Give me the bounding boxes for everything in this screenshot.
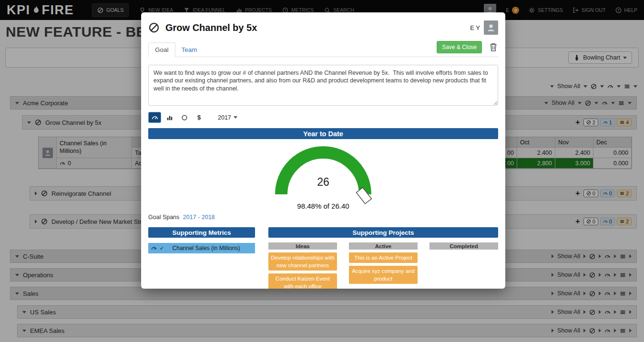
owner-avatar[interactable] (484, 20, 498, 35)
person-icon (486, 23, 496, 32)
gauge-chart: 26 (268, 140, 378, 205)
metric-item-label: Channel Sales (in Millions) (167, 245, 245, 251)
supporting-metrics-header: Supporting Metrics (148, 227, 255, 238)
tab-team[interactable]: Team (175, 43, 204, 57)
project-columns: Ideas Develop relationships with new cha… (268, 242, 498, 289)
trash-icon[interactable] (489, 42, 498, 52)
goal-gauge: 26 98.48% of 26.40 (148, 140, 498, 210)
goal-spans-label: Goal Spans (148, 214, 179, 221)
active-column: Active This is an Active Project Acquire… (349, 242, 418, 289)
dollar-view-button[interactable]: $ (193, 112, 205, 123)
year-dropdown[interactable]: 2017 (218, 114, 237, 121)
owner-area: E Y (470, 20, 498, 35)
owner-initials: E Y (470, 24, 480, 31)
goal-icon (148, 22, 160, 33)
tab-bar: Goal Team Save & Close (148, 41, 498, 57)
supporting-projects-header: Supporting Projects (268, 227, 498, 238)
goal-description-input[interactable]: We want to find ways to grow our # of ch… (148, 65, 498, 106)
tab-goal[interactable]: Goal (148, 42, 175, 57)
idea-card[interactable]: Conduct Kaizen Event with each office (268, 273, 337, 289)
supporting-metrics-panel: Supporting Metrics ✓ Channel Sales (in M… (148, 227, 255, 289)
project-card[interactable]: This is an Active Project (349, 252, 418, 263)
modal-header: Grow Channel by 5x E Y (148, 19, 498, 36)
gauge-caption: 98.48% of 26.40 (148, 202, 498, 210)
goal-spans-link[interactable]: 2017 - 2018 (183, 214, 215, 221)
caret-down-icon (234, 116, 237, 119)
active-column-header: Active (349, 242, 418, 250)
gauge-view-button[interactable] (148, 112, 161, 123)
bar-chart-icon (166, 114, 173, 121)
modal-actions: Save & Close (437, 41, 498, 53)
metric-item[interactable]: ✓ Channel Sales (in Millions) (148, 243, 255, 253)
circle-icon (181, 114, 188, 121)
idea-card[interactable]: Develop relationships with new channel p… (268, 252, 337, 271)
gauge-icon (151, 245, 157, 251)
gauge-value: 26 (317, 176, 329, 188)
goal-spans: Goal Spans 2017 - 2018 (148, 214, 498, 221)
goal-detail-modal: Grow Channel by 5x E Y Goal Team Save & … (141, 12, 505, 289)
supporting-projects-panel: Supporting Projects Ideas Develop relati… (268, 227, 498, 289)
check-icon: ✓ (160, 245, 164, 251)
bar-chart-view-button[interactable] (163, 112, 176, 123)
view-toolbar: $ 2017 (148, 112, 498, 123)
year-value: 2017 (218, 114, 231, 121)
modal-title: Grow Channel by 5x (165, 22, 257, 33)
completed-column: Completed (429, 242, 498, 289)
save-close-button[interactable]: Save & Close (437, 41, 482, 53)
ideas-column-header: Ideas (268, 242, 337, 250)
project-card[interactable]: Acquire xyz company and product (349, 266, 418, 284)
year-to-date-header: Year to Date (148, 128, 498, 139)
ideas-column: Ideas Develop relationships with new cha… (268, 242, 337, 289)
gauge-icon (152, 114, 158, 121)
circle-view-button[interactable] (178, 112, 191, 123)
modal-bottom: Supporting Metrics ✓ Channel Sales (in M… (148, 227, 498, 289)
completed-column-header: Completed (429, 242, 498, 250)
dollar-icon: $ (197, 114, 201, 121)
